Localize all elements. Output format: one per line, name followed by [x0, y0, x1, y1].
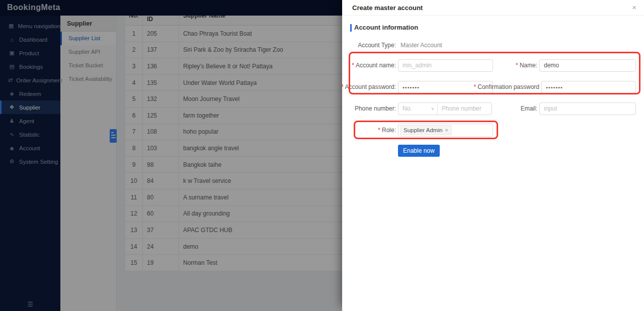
- required-mark: *: [474, 83, 476, 90]
- role-tag: Supplier Admin ×: [400, 125, 452, 135]
- phone-country-select[interactable]: No. ∨: [398, 103, 438, 115]
- required-mark: *: [378, 127, 380, 134]
- required-mark: *: [516, 62, 518, 69]
- account-type-value: Master Account: [400, 41, 442, 50]
- confirmation-password-input[interactable]: •••••••: [541, 81, 636, 93]
- role-select[interactable]: Supplier Admin ×: [398, 124, 493, 137]
- account-password-label: *Account password:: [312, 81, 396, 93]
- close-icon[interactable]: ×: [632, 3, 636, 12]
- tag-close-icon[interactable]: ×: [445, 127, 448, 133]
- phone-number-label: Phone number:: [312, 102, 396, 115]
- drawer-title: Create master account: [352, 4, 423, 12]
- create-master-account-drawer: Create master account × Account informat…: [342, 0, 644, 311]
- account-name-label: *Account name:: [312, 59, 396, 72]
- enable-now-button[interactable]: Enable now: [398, 145, 440, 157]
- required-mark: *: [352, 62, 354, 69]
- chevron-down-icon: ∨: [431, 103, 434, 115]
- section-title: Account information: [354, 24, 418, 31]
- email-label: Email:: [462, 102, 537, 115]
- app-root: No. Supplier ID Supplier Name 1205Chao P…: [0, 0, 644, 311]
- email-input[interactable]: input: [539, 102, 636, 115]
- confirmation-password-label: *Confirmation password: [462, 81, 539, 93]
- name-input[interactable]: demo: [539, 59, 636, 72]
- account-type-label: Account Type:: [312, 39, 396, 52]
- required-mark: *: [341, 83, 344, 90]
- section-accent-bar: [350, 24, 352, 32]
- name-label: *Name:: [462, 59, 537, 72]
- role-label: *Role:: [312, 124, 396, 137]
